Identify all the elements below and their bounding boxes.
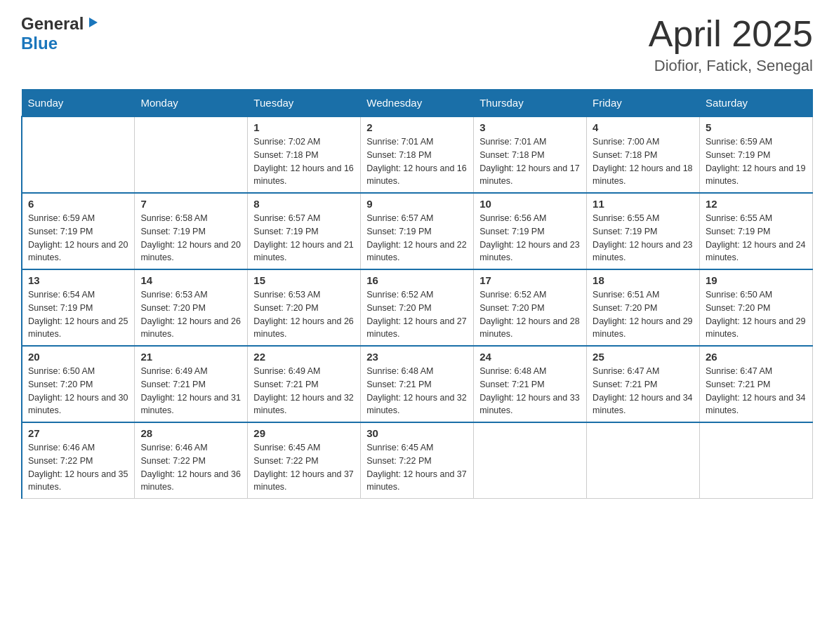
day-info: Sunrise: 6:58 AMSunset: 7:19 PMDaylight:… bbox=[140, 212, 241, 264]
daylight-text: Daylight: 12 hours and 35 minutes. bbox=[28, 468, 128, 495]
sunset-text: Sunset: 7:20 PM bbox=[706, 302, 807, 315]
sunrise-text: Sunrise: 6:46 AM bbox=[28, 441, 128, 455]
day-number: 24 bbox=[479, 351, 581, 363]
daylight-text: Daylight: 12 hours and 20 minutes. bbox=[28, 239, 128, 265]
sunset-text: Sunset: 7:22 PM bbox=[140, 455, 241, 468]
logo-general-text: General bbox=[21, 14, 84, 34]
weekday-header-row: SundayMondayTuesdayWednesdayThursdayFrid… bbox=[22, 90, 813, 117]
sunrise-text: Sunrise: 6:55 AM bbox=[706, 212, 807, 225]
calendar-cell: 25Sunrise: 6:47 AMSunset: 7:21 PMDayligh… bbox=[587, 346, 700, 422]
daylight-text: Daylight: 12 hours and 19 minutes. bbox=[706, 162, 807, 189]
calendar-cell: 12Sunrise: 6:55 AMSunset: 7:19 PMDayligh… bbox=[700, 193, 813, 269]
day-number: 11 bbox=[593, 198, 694, 210]
day-number: 17 bbox=[479, 274, 581, 286]
calendar-cell: 24Sunrise: 6:48 AMSunset: 7:21 PMDayligh… bbox=[474, 346, 587, 422]
sunrise-text: Sunrise: 6:59 AM bbox=[706, 135, 807, 149]
calendar-cell bbox=[474, 422, 587, 499]
sunset-text: Sunset: 7:22 PM bbox=[253, 455, 355, 468]
daylight-text: Daylight: 12 hours and 16 minutes. bbox=[253, 162, 355, 189]
day-info: Sunrise: 6:59 AMSunset: 7:19 PMDaylight:… bbox=[28, 212, 128, 264]
sunset-text: Sunset: 7:20 PM bbox=[28, 378, 128, 391]
day-info: Sunrise: 6:47 AMSunset: 7:21 PMDaylight:… bbox=[593, 365, 694, 417]
sunset-text: Sunset: 7:18 PM bbox=[593, 149, 694, 162]
calendar-week-row: 13Sunrise: 6:54 AMSunset: 7:19 PMDayligh… bbox=[22, 269, 813, 346]
sunrise-text: Sunrise: 6:45 AM bbox=[366, 441, 468, 455]
day-number: 23 bbox=[366, 351, 468, 363]
weekday-header-thursday: Thursday bbox=[474, 90, 587, 117]
sunrise-text: Sunrise: 6:52 AM bbox=[479, 288, 581, 302]
daylight-text: Daylight: 12 hours and 28 minutes. bbox=[479, 315, 581, 342]
weekday-header-wednesday: Wednesday bbox=[361, 90, 474, 117]
sunrise-text: Sunrise: 6:57 AM bbox=[366, 212, 468, 225]
calendar-cell: 21Sunrise: 6:49 AMSunset: 7:21 PMDayligh… bbox=[135, 346, 248, 422]
sunset-text: Sunset: 7:19 PM bbox=[706, 149, 807, 162]
sunrise-text: Sunrise: 6:57 AM bbox=[253, 212, 355, 225]
sunset-text: Sunset: 7:20 PM bbox=[479, 302, 581, 315]
daylight-text: Daylight: 12 hours and 20 minutes. bbox=[140, 239, 241, 265]
sunset-text: Sunset: 7:18 PM bbox=[253, 149, 355, 162]
svg-marker-0 bbox=[89, 18, 98, 27]
day-info: Sunrise: 7:01 AMSunset: 7:18 PMDaylight:… bbox=[366, 135, 468, 188]
sunrise-text: Sunrise: 6:45 AM bbox=[253, 441, 355, 455]
calendar-cell: 5Sunrise: 6:59 AMSunset: 7:19 PMDaylight… bbox=[700, 116, 813, 193]
sunset-text: Sunset: 7:19 PM bbox=[140, 225, 241, 239]
day-number: 22 bbox=[253, 351, 355, 363]
calendar-cell: 14Sunrise: 6:53 AMSunset: 7:20 PMDayligh… bbox=[135, 269, 248, 346]
daylight-text: Daylight: 12 hours and 24 minutes. bbox=[706, 239, 807, 265]
sunrise-text: Sunrise: 6:53 AM bbox=[253, 288, 355, 302]
day-info: Sunrise: 6:46 AMSunset: 7:22 PMDaylight:… bbox=[28, 441, 128, 494]
day-info: Sunrise: 6:48 AMSunset: 7:21 PMDaylight:… bbox=[366, 365, 468, 417]
sunset-text: Sunset: 7:22 PM bbox=[28, 455, 128, 468]
day-info: Sunrise: 7:02 AMSunset: 7:18 PMDaylight:… bbox=[253, 135, 355, 188]
logo-blue-text: Blue bbox=[21, 34, 58, 53]
daylight-text: Daylight: 12 hours and 29 minutes. bbox=[593, 315, 694, 342]
sunrise-text: Sunrise: 6:49 AM bbox=[253, 365, 355, 378]
sunrise-text: Sunrise: 7:01 AM bbox=[479, 135, 581, 149]
day-number: 12 bbox=[706, 198, 807, 210]
sunrise-text: Sunrise: 7:01 AM bbox=[366, 135, 468, 149]
day-number: 15 bbox=[253, 274, 355, 286]
daylight-text: Daylight: 12 hours and 32 minutes. bbox=[253, 391, 355, 418]
day-info: Sunrise: 6:51 AMSunset: 7:20 PMDaylight:… bbox=[593, 288, 694, 341]
day-info: Sunrise: 6:53 AMSunset: 7:20 PMDaylight:… bbox=[140, 288, 241, 341]
day-number: 9 bbox=[366, 198, 468, 210]
logo-arrow-icon bbox=[86, 15, 101, 33]
sunrise-text: Sunrise: 7:02 AM bbox=[253, 135, 355, 149]
day-info: Sunrise: 7:00 AMSunset: 7:18 PMDaylight:… bbox=[593, 135, 694, 188]
sunrise-text: Sunrise: 6:52 AM bbox=[366, 288, 468, 302]
day-number: 14 bbox=[140, 274, 241, 286]
daylight-text: Daylight: 12 hours and 30 minutes. bbox=[28, 391, 128, 418]
day-info: Sunrise: 6:49 AMSunset: 7:21 PMDaylight:… bbox=[253, 365, 355, 417]
calendar-week-row: 20Sunrise: 6:50 AMSunset: 7:20 PMDayligh… bbox=[22, 346, 813, 422]
calendar-cell: 11Sunrise: 6:55 AMSunset: 7:19 PMDayligh… bbox=[587, 193, 700, 269]
month-title: April 2025 bbox=[649, 14, 813, 54]
calendar-cell: 30Sunrise: 6:45 AMSunset: 7:22 PMDayligh… bbox=[361, 422, 474, 499]
daylight-text: Daylight: 12 hours and 23 minutes. bbox=[479, 239, 581, 265]
day-number: 25 bbox=[593, 351, 694, 363]
calendar-cell: 8Sunrise: 6:57 AMSunset: 7:19 PMDaylight… bbox=[248, 193, 361, 269]
day-info: Sunrise: 6:47 AMSunset: 7:21 PMDaylight:… bbox=[706, 365, 807, 417]
logo: General Blue bbox=[21, 14, 101, 53]
day-info: Sunrise: 6:57 AMSunset: 7:19 PMDaylight:… bbox=[253, 212, 355, 264]
sunset-text: Sunset: 7:21 PM bbox=[706, 378, 807, 391]
day-info: Sunrise: 6:50 AMSunset: 7:20 PMDaylight:… bbox=[28, 365, 128, 417]
calendar-cell: 22Sunrise: 6:49 AMSunset: 7:21 PMDayligh… bbox=[248, 346, 361, 422]
daylight-text: Daylight: 12 hours and 37 minutes. bbox=[366, 468, 468, 495]
daylight-text: Daylight: 12 hours and 21 minutes. bbox=[253, 239, 355, 265]
day-info: Sunrise: 6:55 AMSunset: 7:19 PMDaylight:… bbox=[593, 212, 694, 264]
daylight-text: Daylight: 12 hours and 34 minutes. bbox=[706, 391, 807, 418]
sunrise-text: Sunrise: 6:47 AM bbox=[593, 365, 694, 378]
day-number: 26 bbox=[706, 351, 807, 363]
daylight-text: Daylight: 12 hours and 29 minutes. bbox=[706, 315, 807, 342]
daylight-text: Daylight: 12 hours and 31 minutes. bbox=[140, 391, 241, 418]
calendar-cell: 26Sunrise: 6:47 AMSunset: 7:21 PMDayligh… bbox=[700, 346, 813, 422]
daylight-text: Daylight: 12 hours and 25 minutes. bbox=[28, 315, 128, 342]
calendar-week-row: 1Sunrise: 7:02 AMSunset: 7:18 PMDaylight… bbox=[22, 116, 813, 193]
location-title: Diofior, Fatick, Senegal bbox=[649, 57, 813, 75]
weekday-header-sunday: Sunday bbox=[22, 90, 135, 117]
day-number: 27 bbox=[28, 427, 128, 439]
daylight-text: Daylight: 12 hours and 27 minutes. bbox=[366, 315, 468, 342]
day-number: 28 bbox=[140, 427, 241, 439]
sunrise-text: Sunrise: 6:47 AM bbox=[706, 365, 807, 378]
calendar-week-row: 27Sunrise: 6:46 AMSunset: 7:22 PMDayligh… bbox=[22, 422, 813, 499]
